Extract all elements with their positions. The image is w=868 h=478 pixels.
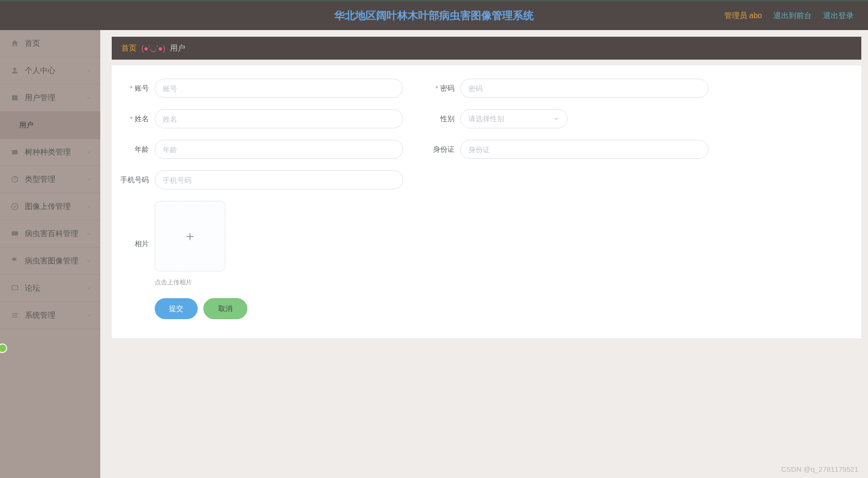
sidebar-item-forum[interactable]: 论坛 [0,275,100,302]
check-icon [11,202,19,211]
chevron-down-icon [86,95,92,101]
logout-link[interactable]: 退出登录 [823,11,854,21]
gender-label: 性别 [417,114,460,124]
app-title: 华北地区阔叶林木叶部病虫害图像管理系统 [334,9,534,23]
admin-label: 管理员 abo [724,11,762,21]
age-input[interactable] [155,140,403,159]
breadcrumb-current: 用户 [170,43,185,53]
chevron-down-icon [86,312,92,318]
sidebar-label: 类型管理 [25,175,55,185]
sidebar-item-system[interactable]: 系统管理 [0,302,100,329]
sidebar-item-pest-wiki[interactable]: 病虫害百科管理 [0,220,100,248]
sidebar-item-user-mgmt[interactable]: 用户管理 [0,84,100,112]
photo-upload[interactable]: ＋ [155,201,225,271]
phone-label: 手机号码 [112,176,155,185]
breadcrumb: 首页 (●'◡'●) 用户 [112,37,861,60]
sidebar-item-home[interactable]: 首页 [0,30,100,57]
plus-icon: ＋ [183,227,197,245]
chevron-down-icon [86,285,92,291]
power-icon [11,175,19,184]
sidebar-item-profile[interactable]: 个人中心 [0,57,100,84]
header: 华北地区阔叶林木叶部病虫害图像管理系统 管理员 abo 退出到前台 退出登录 [0,1,868,30]
content-area: 首页 (●'◡'●) 用户 账号 密码 姓名 [100,30,868,478]
chevron-down-icon [86,258,92,264]
name-label: 姓名 [112,114,155,124]
monitor-icon [11,229,19,238]
breadcrumb-separator: (●'◡'●) [141,44,165,53]
breadcrumb-home[interactable]: 首页 [121,43,137,53]
phone-input[interactable] [155,170,403,189]
submit-button[interactable]: 提交 [155,298,198,319]
svg-point-0 [13,68,16,71]
chevron-down-icon [86,204,92,209]
sidebar-label: 树种种类管理 [25,147,71,157]
sidebar-label: 图像上传管理 [25,202,71,212]
account-label: 账号 [112,84,155,93]
watermark: CSDN @q_2781179521 [781,465,858,473]
sidebar-label: 首页 [25,39,40,49]
sidebar-item-type-mgmt[interactable]: 类型管理 [0,166,100,193]
svg-rect-7 [12,286,18,290]
user-form: 账号 密码 姓名 性别 请选择性别 [112,65,861,338]
idcard-input[interactable] [460,140,709,159]
chevron-down-icon [553,115,560,122]
sidebar-label: 系统管理 [25,311,55,321]
sidebar-label: 用户管理 [25,93,55,103]
home-icon [11,39,19,48]
sidebar-item-image-upload[interactable]: 图像上传管理 [0,193,100,220]
svg-rect-6 [11,231,18,236]
sidebar-label: 病虫害百科管理 [25,229,78,239]
sidebar-label: 个人中心 [25,66,55,76]
age-label: 年龄 [112,145,155,154]
flag-icon [11,257,19,265]
account-input[interactable] [155,79,403,98]
exit-front-link[interactable]: 退出到前台 [773,11,812,21]
gender-placeholder: 请选择性别 [468,114,504,124]
tree-icon [11,148,19,156]
sidebar: 首页 个人中心 用户管理 用户 树种种类管理 类型管理 图像上传管理 [0,30,100,478]
password-label: 密码 [417,84,460,93]
svg-rect-2 [12,150,18,155]
sidebar-label: 病虫害图像管理 [25,256,78,266]
sidebar-item-pest-image[interactable]: 病虫害图像管理 [0,248,100,275]
sidebar-label: 用户 [19,121,33,130]
chat-icon [11,284,19,292]
chevron-down-icon [86,68,92,73]
svg-rect-1 [12,95,18,101]
upload-hint: 点击上传相片 [155,278,225,287]
users-icon [11,94,19,102]
chevron-down-icon [86,231,92,237]
chevron-down-icon [86,177,92,182]
photo-label: 相片 [112,239,155,249]
user-icon [11,66,19,75]
svg-point-5 [11,203,18,210]
password-input[interactable] [460,79,709,98]
idcard-label: 身份证 [417,145,460,154]
sidebar-label: 论坛 [25,283,40,293]
cancel-button[interactable]: 取消 [203,298,247,319]
sidebar-item-user[interactable]: 用户 [0,112,100,139]
chevron-down-icon [86,149,92,155]
menu-icon [11,311,19,320]
gender-select[interactable]: 请选择性别 [460,109,568,128]
name-input[interactable] [155,109,403,128]
sidebar-item-tree-species[interactable]: 树种种类管理 [0,139,100,166]
